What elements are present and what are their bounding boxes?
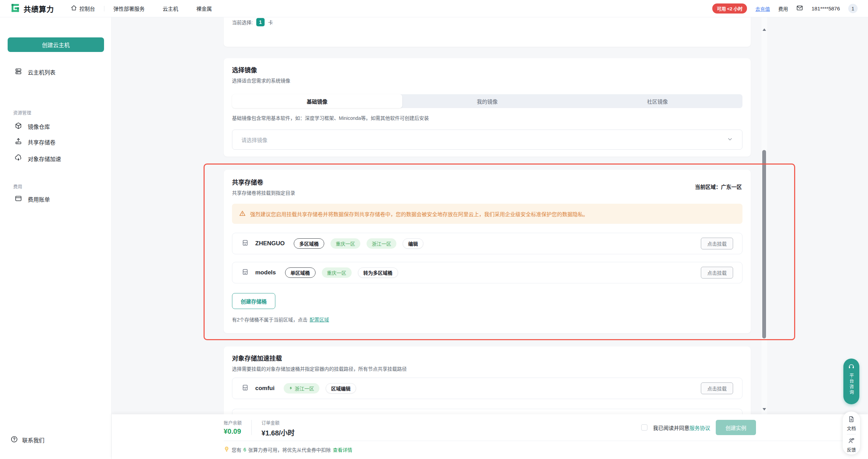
- lightbulb-icon: [224, 446, 230, 453]
- order-amount: 订单金额 ¥1.68/小时: [261, 419, 295, 438]
- agreement-group: 我已阅读并同意服务协议 创建实例: [641, 420, 756, 435]
- shared-card-title: 共享存储卷: [232, 177, 263, 186]
- sidebar-item-object-accel[interactable]: 对象存储加速: [0, 152, 112, 166]
- top-nav: 控制台 弹性部署服务 云主机 裸金属: [71, 5, 221, 12]
- mount-button[interactable]: 点击挂载: [701, 238, 733, 249]
- hard-drive-icon: [241, 239, 249, 248]
- order-label: 订单金额: [261, 419, 295, 426]
- account-balance: 账户余额 ¥0.09: [224, 419, 242, 435]
- tool-divider: [847, 434, 856, 434]
- bucket-name: models: [255, 269, 276, 276]
- platform-support-label: 平台咨询: [849, 373, 854, 395]
- nav-elastic-deploy[interactable]: 弹性部署服务: [104, 5, 154, 12]
- security-warning-banner: 强烈建议您启用挂载共享存储卷并将数据保存到共享存储卷中，您的数据会被安全地存放在…: [232, 204, 742, 224]
- image-select-dropdown[interactable]: 请选择镜像: [232, 130, 742, 150]
- sidebar-item-contact[interactable]: 联系我们: [10, 435, 44, 444]
- sidebar-item-vm-list-label: 云主机列表: [28, 68, 55, 76]
- sidebar-item-image-repo-label: 镜像仓库: [28, 122, 50, 131]
- create-instance-button[interactable]: 创建实例: [716, 420, 756, 435]
- sidebar-item-contact-label: 联系我们: [22, 436, 44, 444]
- region-edit-badge[interactable]: 区域编辑: [326, 383, 356, 394]
- bucket-region-badge: 浙江一区: [367, 238, 396, 249]
- coupon-detail-link[interactable]: 查看详情: [333, 446, 352, 453]
- nav-console[interactable]: 控制台: [71, 5, 104, 12]
- agreement-text: 我已阅读并同意服务协议: [653, 424, 710, 431]
- scrollbar-thumb[interactable]: [762, 150, 766, 338]
- create-vm-button[interactable]: 创建云主机: [8, 37, 104, 52]
- tab-community-image[interactable]: 社区镜像: [572, 94, 742, 108]
- warning-text: 强烈建议您启用挂载共享存储卷并将数据保存到共享存储卷中，您的数据会被安全地存放在…: [250, 210, 588, 218]
- scroll-up-arrow[interactable]: [763, 28, 766, 31]
- topbar-right: 可用 <2 小时 去充值 费用 181****5876 1: [712, 3, 858, 14]
- nav-elastic-label: 弹性部署服务: [113, 5, 145, 12]
- accel-region-label: 浙江一区: [295, 385, 314, 392]
- avatar[interactable]: 1: [848, 4, 858, 13]
- bucket-type-badge: 多区域桶: [294, 238, 324, 249]
- sidebar: 创建云主机 云主机列表 资源管理 镜像仓库: [0, 17, 112, 459]
- current-selection-row: 当前选择: 1 卡: [232, 18, 273, 26]
- warning-triangle-icon: [239, 210, 246, 218]
- coupon-prefix: 您有: [232, 446, 241, 453]
- lightning-icon: [289, 386, 293, 391]
- bucket-row: ZHENGUO 多区域桶 重庆一区 浙江一区 编辑 点击挂载: [232, 233, 742, 254]
- nav-bare-metal-label: 裸金属: [196, 5, 212, 12]
- current-region-label: 当前区域：广东一区: [695, 183, 742, 190]
- mount-button[interactable]: 点击挂载: [701, 382, 733, 394]
- gpu-count-badge: 1: [256, 18, 265, 26]
- gpu-unit-label: 卡: [268, 19, 273, 26]
- sidebar-item-vm-list[interactable]: 云主机列表: [0, 65, 112, 79]
- shared-volume-card: 共享存储卷 共享存储卷将挂载到指定目录 当前区域：广东一区 强烈建议您启用挂载共…: [224, 170, 751, 333]
- scrollbar: [762, 17, 767, 414]
- accel-bucket-row: comfui 浙江一区 区域编辑 点击挂载: [232, 378, 742, 399]
- docs-button[interactable]: 文档: [847, 416, 856, 431]
- bucket-region-badge: 重庆一区: [330, 238, 360, 249]
- mail-icon[interactable]: [796, 5, 803, 13]
- sidebar-item-shared-volume-label: 共享存储卷: [28, 138, 55, 146]
- coupon-middle: 张算力券可用，将优先从代金券中扣除: [248, 446, 331, 453]
- billing-link[interactable]: 费用: [778, 5, 788, 12]
- sidebar-item-billing-detail[interactable]: 费用账单: [0, 192, 112, 206]
- bill-card-icon: [15, 195, 22, 204]
- nav-bare-metal[interactable]: 裸金属: [187, 5, 221, 12]
- image-card-title: 选择镜像: [232, 65, 257, 74]
- sidebar-item-image-repo[interactable]: 镜像仓库: [0, 120, 112, 133]
- cost-divider: [251, 420, 252, 435]
- home-icon: [71, 5, 77, 12]
- question-circle-icon: [10, 435, 18, 444]
- hard-drive-icon: [241, 268, 249, 277]
- bucket-name: ZHENGUO: [255, 240, 285, 247]
- bucket-convert-badge[interactable]: 转为多区域桶: [358, 267, 398, 278]
- image-select-placeholder: 请选择镜像: [241, 136, 267, 143]
- footer-divider: [224, 441, 852, 441]
- bucket-edit-badge[interactable]: 编辑: [403, 238, 423, 249]
- recharge-link[interactable]: 去充值: [755, 5, 770, 12]
- agreement-checkbox[interactable]: [641, 424, 647, 431]
- hard-drive-icon: [241, 384, 249, 393]
- account-phone[interactable]: 181****5876: [811, 6, 840, 11]
- scroll-down-arrow[interactable]: [763, 408, 766, 411]
- brand[interactable]: 共绩算力: [10, 3, 54, 14]
- create-bucket-button[interactable]: 创建存储桶: [232, 293, 275, 309]
- headphones-icon: [848, 363, 855, 371]
- brand-name: 共绩算力: [24, 3, 54, 14]
- image-card-subtitle: 选择适合您需求的系统镜像: [232, 77, 290, 84]
- docs-label: 文档: [847, 425, 856, 431]
- configure-region-link[interactable]: 配置区域: [310, 317, 329, 323]
- brand-logo-icon: [10, 3, 20, 14]
- image-tab-desc: 基础镜像包含常用基本软件，如：深度学习框架、Miniconda等。如需其他软件可…: [232, 114, 429, 121]
- service-agreement-link[interactable]: 服务协议: [689, 425, 710, 431]
- bucket-region-note: 有2个存储桶不属于当前区域，点击配置区域: [232, 316, 329, 323]
- feedback-button[interactable]: 反馈: [847, 437, 856, 453]
- shared-card-subtitle: 共享存储卷将挂载到指定目录: [232, 189, 295, 196]
- sidebar-section-billing: 费用: [13, 183, 22, 189]
- tab-my-image[interactable]: 我的镜像: [402, 94, 573, 108]
- sidebar-item-shared-volume[interactable]: 共享存储卷: [0, 135, 112, 149]
- platform-support-button[interactable]: 平台咨询: [843, 359, 859, 404]
- cost-summary: 账户余额 ¥0.09 订单金额 ¥1.68/小时: [224, 419, 295, 438]
- chevron-down-icon: [727, 136, 733, 143]
- nav-cloud-host[interactable]: 云主机: [154, 5, 187, 12]
- mount-button[interactable]: 点击挂载: [701, 267, 733, 279]
- tab-base-image[interactable]: 基础镜像: [232, 94, 402, 108]
- accel-card-subtitle: 选择需要挂载的对象存储加速桶并指定容器内的挂载路径，所有节点共享挂载路径: [232, 365, 407, 372]
- bucket-region-badge: 重庆一区: [322, 267, 352, 278]
